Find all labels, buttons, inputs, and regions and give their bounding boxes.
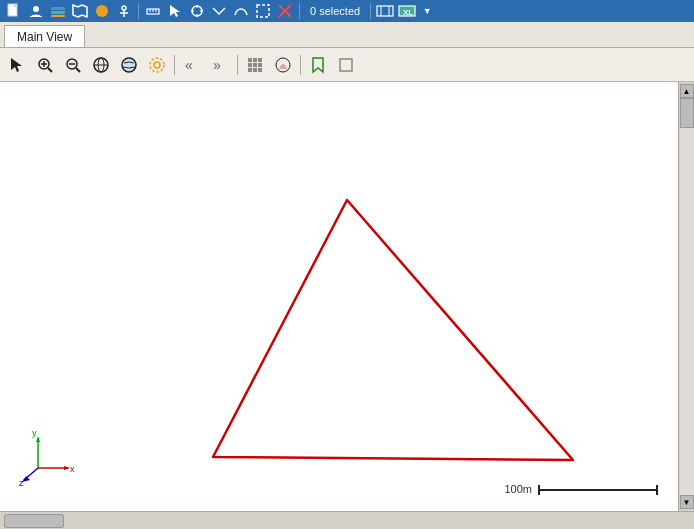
svg-point-41 [154,62,160,68]
svg-marker-6 [73,5,87,17]
globe-tool[interactable] [88,52,114,78]
svg-rect-21 [257,5,269,17]
cross-icon[interactable] [275,1,295,21]
svg-point-42 [150,58,164,72]
main-view-tab[interactable]: Main View [4,25,85,47]
svg-point-16 [192,6,202,16]
top-toolbar: 0 selected XL ▼ [0,0,694,22]
svg-rect-0 [8,4,17,16]
svg-rect-53 [258,68,262,72]
svg-marker-29 [11,58,22,72]
orange-icon[interactable] [92,1,112,21]
svg-text:y: y [32,428,37,438]
scroll-h-thumb[interactable] [4,514,64,528]
svg-line-31 [48,68,52,72]
grid-tool[interactable] [242,52,268,78]
svg-line-35 [76,68,80,72]
svg-point-2 [33,6,39,12]
axis-indicator: x y z [18,428,78,491]
svg-marker-58 [36,436,40,442]
zoom-out-tool[interactable] [60,52,86,78]
svg-text:«: « [185,57,193,73]
right-scrollbar[interactable]: ▲ ▼ [678,82,694,511]
triangle-shape [213,200,573,460]
svg-rect-52 [253,68,257,72]
scroll-v-track[interactable] [680,98,694,495]
svg-rect-27 [399,6,415,16]
target-icon[interactable] [187,1,207,21]
user-icon[interactable] [26,1,46,21]
arrow-icon[interactable] [209,1,229,21]
tab-bar: Main View [0,22,694,48]
layers-icon[interactable] [48,1,68,21]
svg-rect-51 [248,68,252,72]
scroll-down-arrow[interactable]: ▼ [680,495,694,509]
paint-tool[interactable] [270,52,296,78]
svg-rect-47 [258,58,262,62]
path-icon[interactable] [231,1,251,21]
svg-rect-50 [258,63,262,67]
axis-svg: x y z [18,428,78,488]
scroll-up-arrow[interactable]: ▲ [680,84,694,98]
svg-text:x: x [70,464,75,474]
svg-point-8 [122,6,126,10]
extra-tool[interactable] [333,52,359,78]
bottom-scrollbar[interactable] [0,511,694,529]
svg-marker-15 [170,5,180,17]
toolbar-dropdown[interactable]: ▼ [419,1,435,21]
globe2-tool[interactable] [116,52,142,78]
export2-icon[interactable]: XL [397,1,417,21]
anchor-icon[interactable] [114,1,134,21]
svg-point-7 [96,5,108,17]
selected-count: 0 selected [304,5,366,17]
svg-rect-3 [51,7,65,10]
prev-tool[interactable]: « [179,52,205,78]
svg-rect-5 [51,15,65,17]
svg-marker-1 [14,4,17,7]
map-icon[interactable] [70,1,90,21]
svg-rect-49 [253,63,257,67]
triangle-svg [0,82,678,511]
cursor-tool[interactable] [4,52,30,78]
export1-icon[interactable] [375,1,395,21]
svg-rect-56 [340,59,352,71]
svg-text:»: » [213,57,221,73]
scale-bar: 100m [504,483,658,497]
svg-rect-4 [51,11,65,14]
svg-point-40 [122,58,136,72]
svg-rect-45 [248,58,252,62]
main-canvas[interactable]: x y z 100m [0,82,678,511]
cursor2-icon[interactable] [165,1,185,21]
svg-rect-46 [253,58,257,62]
svg-text:XL: XL [403,8,413,17]
settings-tool[interactable] [144,52,170,78]
select-icon[interactable] [253,1,273,21]
svg-line-23 [279,5,291,17]
second-toolbar: « » [0,48,694,82]
svg-rect-24 [377,6,393,16]
bookmark-tool[interactable] [305,52,331,78]
canvas-wrapper: x y z 100m ▲ ▼ [0,82,694,511]
next-tool[interactable]: » [207,52,233,78]
svg-rect-48 [248,63,252,67]
svg-line-22 [279,5,291,17]
ruler-icon[interactable] [143,1,163,21]
scale-label: 100m [504,483,532,495]
zoom-in-tool[interactable] [32,52,58,78]
new-icon[interactable] [4,1,24,21]
svg-marker-55 [313,58,323,72]
svg-text:z: z [19,478,24,488]
svg-rect-11 [147,9,159,14]
scroll-v-thumb[interactable] [680,98,694,128]
